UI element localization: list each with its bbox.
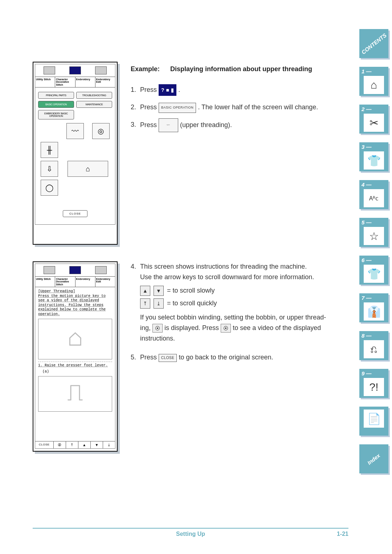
upper-threading-screenshot: Utility Stitch Character Decorative Stit… (33, 261, 118, 452)
chapter-nav: CONTENTS 1 — ⌂ 2 — ✂ 3 — 👕 4 — Aᴮᴄ 5 — ☆… (359, 29, 392, 473)
step-number: 1. (131, 83, 140, 96)
presser-foot-icon[interactable]: ⇩ (41, 161, 58, 177)
threading-illustration: ⌂ (38, 319, 112, 359)
example-lead: Example: (131, 65, 160, 73)
shirt-alt-icon: 👔 (364, 302, 384, 321)
presser-foot-illustration: ⎍ (38, 376, 112, 412)
operation-icons-grid: 〰 ◎ ╫ ⇩ ⌂ ◯ (38, 123, 112, 196)
nav-tab-number: 4 — (362, 182, 372, 188)
troubleshooting-button[interactable]: TROUBLESHOOTING (76, 92, 112, 99)
mode-tab[interactable]: Character Decorative Stitch (55, 77, 75, 87)
mode-tab[interactable]: Embroidery Edit (95, 277, 115, 287)
nav-tab-5[interactable]: 5 — ☆ (359, 218, 388, 247)
mode-tab[interactable]: Embroidery (75, 77, 95, 87)
video-button[interactable]: ⦿ (54, 441, 66, 448)
shirt-icon: 👕 (364, 265, 384, 283)
step-number: 5. (131, 352, 140, 363)
help-step-line: 1. Raise the presser foot lever. (38, 363, 112, 368)
mode-tab[interactable]: Utility Stitch (35, 77, 55, 87)
nav-contents-label: CONTENTS (360, 32, 387, 55)
nav-index[interactable]: Index (359, 444, 388, 473)
help-topic-text: Press the motion picture key to see a vi… (38, 294, 112, 317)
arrow-down-icon[interactable]: ▼ (154, 286, 164, 296)
screenshot-toolbar (35, 264, 115, 276)
hoop-icon[interactable]: ◯ (41, 180, 58, 196)
steps-second-group: 4. This screen shows instructions for th… (131, 261, 348, 368)
arrow-fast-up-icon[interactable]: ⤒ (140, 298, 150, 309)
nav-tab-number: 7 — (362, 295, 372, 301)
step-text: This screen shows instructions for threa… (140, 263, 307, 270)
nav-tab-2[interactable]: 2 — ✂ (359, 105, 388, 134)
step-text: Use the arrow keys to scroll downward fo… (140, 273, 314, 281)
principal-parts-button[interactable]: PRINCIPAL PARTS (38, 92, 74, 99)
sewing-machine-icon[interactable]: ⌂ (68, 161, 108, 177)
nav-tab-number: 9 — (362, 370, 372, 376)
nav-contents[interactable]: CONTENTS (359, 29, 388, 58)
video-icon[interactable]: ⦿ (221, 324, 231, 333)
scroll-up-button[interactable]: ▲ (78, 441, 91, 448)
nav-tab-number: 8 — (362, 333, 372, 339)
scroll-down-button[interactable]: ▼ (91, 441, 103, 448)
basic-operation-button[interactable]: BASIC OPERATION (159, 103, 196, 113)
nav-tab-number: 6 — (362, 257, 372, 263)
step-text: (upper threading). (180, 121, 232, 129)
close-button[interactable]: CLOSE (35, 441, 54, 448)
scroll-fast-down-button[interactable]: ⤓ (103, 441, 115, 448)
video-note-text: to see a video of the displayed (233, 324, 321, 331)
help-footer-controls: CLOSE ⦿ ⤒ ▲ ▼ ⤓ (35, 441, 115, 448)
help-mode-button-icon[interactable]: ? ■ ▮ (159, 84, 176, 96)
footer-section: Setting Up (176, 531, 205, 537)
arrow-up-icon[interactable]: ▲ (140, 286, 150, 296)
needle-icon[interactable]: ╫ (41, 142, 58, 158)
nav-tab-3[interactable]: 3 — 👕 (359, 142, 388, 171)
mode-tab[interactable]: Embroidery Edit (95, 77, 115, 87)
nav-tab-number: 3 — (362, 144, 372, 150)
video-icon[interactable]: ⦿ (152, 324, 163, 333)
nav-tab-1[interactable]: 1 — ⌂ (359, 67, 388, 96)
nav-tab-appendix[interactable]: 📄 (359, 407, 388, 436)
page-footer: Setting Up 1-21 (33, 528, 348, 537)
toolbar-icon (69, 66, 81, 74)
step-number: 4. (131, 261, 140, 272)
video-note-text: ing, (140, 324, 152, 331)
nav-tab-number: 1 — (362, 68, 372, 74)
scroll-fast-up-button[interactable]: ⤒ (66, 441, 78, 448)
toolbar-icon (95, 266, 107, 274)
nav-tab-7[interactable]: 7 — 👔 (359, 293, 388, 322)
nav-tab-8[interactable]: 8 — ⎌ (359, 331, 388, 360)
mode-tab[interactable]: Character Decorative Stitch (55, 277, 75, 287)
mode-tab[interactable]: Utility Stitch (35, 277, 55, 287)
nav-tab-6[interactable]: 6 — 👕 (359, 256, 388, 285)
arrow-fast-down-icon[interactable]: ⤓ (154, 298, 164, 309)
close-button-chip[interactable]: CLOSE (159, 354, 177, 362)
threading-icon[interactable]: 〰 (66, 123, 84, 139)
close-button[interactable]: CLOSE (63, 210, 87, 217)
upper-threading-icon[interactable]: 〰 (159, 118, 178, 132)
toolbar-icon (44, 266, 55, 274)
steps-first-group: 1. Press ? ■ ▮ . 2. Press BASIC OPERATIO… (131, 83, 348, 137)
nav-tab-number: 5 — (362, 219, 372, 225)
step-number: 3. (131, 118, 140, 131)
video-note-text: instructions. (140, 335, 175, 342)
illustration-marker: (a) (42, 370, 112, 374)
help-menu-screenshot: Utility Stitch Character Decorative Stit… (33, 62, 118, 245)
help-topic-title: [Upper Threading] (38, 289, 112, 294)
step-text: Press (140, 121, 159, 129)
step-text: . The lower half of the screen will chan… (198, 103, 318, 111)
footer-page-number: 1-21 (337, 531, 348, 537)
screenshot-mode-tabs: Utility Stitch Character Decorative Stit… (35, 77, 115, 87)
step-text: Press (140, 354, 159, 361)
help-icon: ?! (364, 378, 384, 396)
bobbin-icon[interactable]: ◎ (92, 123, 110, 139)
nav-tab-4[interactable]: 4 — Aᴮᴄ (359, 180, 388, 209)
nav-tab-9[interactable]: 9 — ?! (359, 369, 388, 398)
step-text: . (178, 86, 180, 93)
embroidery-basic-operation-button[interactable]: EMBROIDERY BASIC OPERATION (38, 110, 74, 119)
step-text: Press (140, 86, 159, 93)
abc-icon: Aᴮᴄ (364, 189, 384, 207)
maintenance-button[interactable]: MAINTENANCE (76, 101, 112, 108)
mode-tab[interactable]: Embroidery (75, 277, 95, 287)
basic-operation-button[interactable]: BASIC OPERATION (38, 101, 74, 108)
example-heading: Example: Displaying information about up… (131, 65, 312, 73)
step-text: to go back to the original screen. (179, 354, 273, 361)
